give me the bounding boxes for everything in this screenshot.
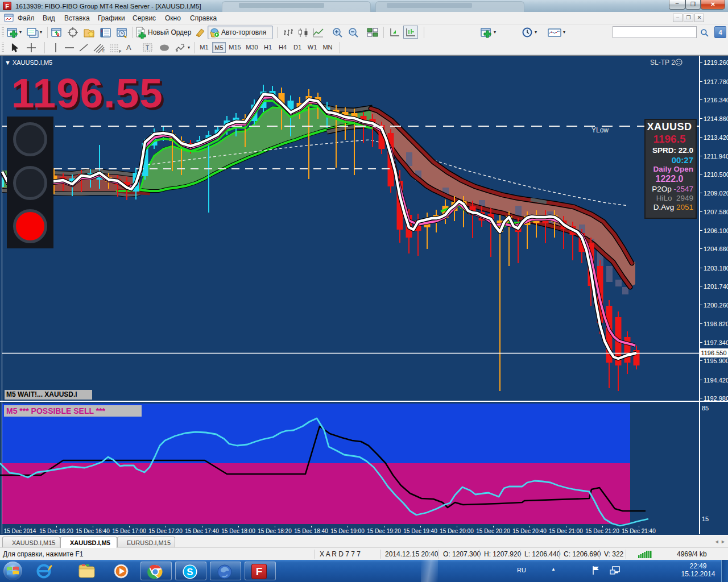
- svg-text:S: S: [187, 567, 193, 577]
